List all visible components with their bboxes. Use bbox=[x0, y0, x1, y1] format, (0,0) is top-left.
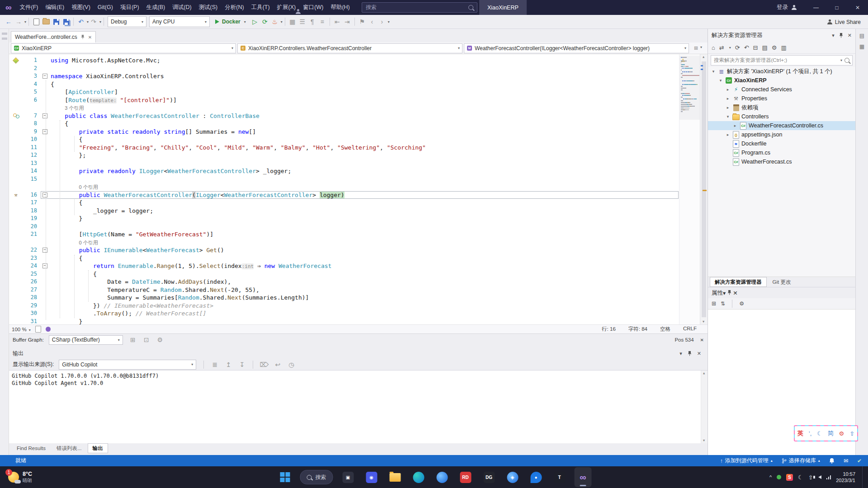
tree-item-dockerfile[interactable]: ≋Dockerfile bbox=[708, 139, 855, 148]
fold-toggle-icon[interactable]: − bbox=[42, 113, 47, 118]
taskbar-app-maps[interactable]: ● bbox=[528, 467, 545, 487]
tool-tab-2[interactable]: 输出 bbox=[88, 443, 108, 453]
save-all-button[interactable] bbox=[61, 16, 71, 27]
hot-reload-button[interactable]: ♨ bbox=[270, 16, 279, 27]
indentation-indicator[interactable]: 空格 bbox=[660, 326, 670, 333]
ime-item-3[interactable]: 简 bbox=[828, 429, 834, 437]
network-icon[interactable] bbox=[826, 475, 831, 479]
home-button[interactable]: ⌂ bbox=[712, 44, 715, 51]
live-share-button[interactable]: Live Share bbox=[827, 15, 861, 29]
taskbar-app-terminal[interactable]: ▣ bbox=[340, 467, 357, 487]
feedback-status-icon[interactable]: ✉ bbox=[844, 458, 848, 464]
close-panel-icon[interactable]: ✕ bbox=[848, 33, 852, 38]
show-desktop-button[interactable] bbox=[862, 466, 864, 488]
fold-toggle-icon[interactable]: − bbox=[42, 263, 47, 268]
volume-icon[interactable] bbox=[818, 475, 821, 479]
restart-button[interactable]: ⟳ bbox=[260, 16, 269, 27]
next-message-icon[interactable]: ↧ bbox=[237, 359, 246, 370]
split-window-icon[interactable]: ⊞▾ bbox=[690, 45, 706, 51]
menu-item-7[interactable]: 测试(S) bbox=[195, 0, 222, 15]
buffer-close-icon[interactable]: ✕ bbox=[700, 338, 704, 343]
sign-in-button[interactable]: 登录 bbox=[777, 0, 797, 15]
docked-tool-tab-icon[interactable] bbox=[2, 38, 7, 40]
start-button[interactable] bbox=[277, 467, 294, 487]
taskbar-app-typora[interactable]: T bbox=[551, 467, 568, 487]
expand-arrow-icon[interactable]: ▸ bbox=[725, 96, 731, 101]
navigate-back-button[interactable]: ← bbox=[4, 16, 13, 27]
solution-configuration-dropdown[interactable]: Debug▾ bbox=[108, 16, 146, 27]
health-indicator-icon[interactable] bbox=[35, 326, 41, 333]
output-source-dropdown[interactable]: GitHub Copilot▾ bbox=[59, 360, 196, 370]
previous-message-icon[interactable]: ↥ bbox=[224, 359, 233, 370]
output-panel-header[interactable]: 输出 ▾ ✕ bbox=[9, 348, 708, 359]
menu-item-0[interactable]: 文件(F) bbox=[16, 0, 42, 15]
output-content[interactable]: GitHub Copilot 1.70.0.0 (v1.70.0.0@b8131… bbox=[9, 371, 708, 443]
undo-button[interactable]: ↶ bbox=[76, 16, 85, 27]
open-file-button[interactable] bbox=[42, 16, 51, 27]
ime-mode-icon[interactable]: ☾ bbox=[798, 474, 803, 481]
expand-arrow-icon[interactable]: ▸ bbox=[725, 87, 731, 92]
start-without-debugging-button[interactable]: ▷ bbox=[250, 16, 259, 27]
taskbar-app-visual-studio[interactable]: ∞ bbox=[575, 467, 592, 487]
close-panel-icon[interactable]: ✕ bbox=[697, 351, 701, 357]
close-panel-icon[interactable]: ✕ bbox=[733, 290, 737, 296]
pin-icon[interactable] bbox=[727, 290, 731, 295]
expand-arrow-icon[interactable]: ▸ bbox=[725, 105, 731, 110]
preview-selected-button[interactable]: ▥ bbox=[781, 44, 786, 51]
scrollbar-thumb[interactable] bbox=[702, 61, 706, 317]
show-output-icon[interactable]: ☰ bbox=[298, 16, 307, 27]
add-to-source-control-button[interactable]: ↑添加到源代码管理▴ bbox=[720, 457, 773, 465]
taskbar-app-edge[interactable] bbox=[410, 467, 427, 487]
clock[interactable]: 10:57 2023/3/1 bbox=[836, 471, 855, 484]
solution-explorer-header[interactable]: 解决方案资源管理器 ▾ ✕ bbox=[708, 29, 855, 42]
vertical-scrollbar[interactable]: ▲ ▼ bbox=[700, 54, 708, 324]
redo-button[interactable]: ↷ bbox=[89, 16, 98, 27]
toggle-bookmark-button[interactable]: ⚑ bbox=[358, 16, 367, 27]
line-ending-indicator[interactable]: CRLF bbox=[683, 326, 697, 333]
document-health-warning-icon[interactable]: ⚠ bbox=[681, 56, 685, 63]
se-tab-1[interactable]: Git 更改 bbox=[768, 277, 796, 287]
taskbar-app-rd[interactable]: RD bbox=[457, 467, 474, 487]
message-levels-icon[interactable]: ≣ bbox=[210, 359, 219, 370]
alphabetical-view-button[interactable]: ⇅ bbox=[721, 300, 725, 307]
pin-icon[interactable] bbox=[81, 35, 85, 39]
start-debugging-button[interactable]: Docker ▾ bbox=[212, 17, 249, 27]
zoom-dropdown[interactable]: 100 % ▾ bbox=[12, 327, 31, 332]
live-share-presence-icon[interactable] bbox=[46, 327, 51, 332]
ime-keyboard-icon[interactable]: ⇧ bbox=[808, 474, 813, 481]
ime-item-1[interactable]: ’, bbox=[809, 430, 812, 437]
taskbar-app-file-explorer[interactable] bbox=[387, 467, 404, 487]
save-button[interactable] bbox=[52, 16, 61, 27]
search-input[interactable]: 搜索 bbox=[362, 2, 477, 13]
weather-widget[interactable]: 1 8°C 晴朗 bbox=[5, 466, 36, 488]
buffer-dropdown[interactable]: CSharp (TextBuffer)▾ bbox=[49, 335, 123, 345]
tool-tab-0[interactable]: Find Results bbox=[12, 443, 51, 453]
hidden-icons-chevron[interactable]: ^ bbox=[769, 474, 772, 480]
document-tab[interactable]: WeatherFore...ontroller.cs ✕ bbox=[11, 31, 96, 42]
property-pages-button[interactable]: ⚙ bbox=[739, 300, 744, 307]
buffer-window-icon[interactable]: ⊡ bbox=[142, 334, 151, 345]
code-editor[interactable]: 1using Microsoft.AspNetCore.Mvc;23−names… bbox=[9, 54, 708, 324]
tree-item--[interactable]: ▸依赖项 bbox=[708, 103, 855, 112]
fold-toggle-icon[interactable]: − bbox=[42, 248, 47, 253]
type-dropdown[interactable]: C XiaoXinERP.Controllers.WeatherForecast… bbox=[237, 43, 462, 53]
refresh-button[interactable]: ↶ bbox=[744, 44, 749, 51]
fold-toggle-icon[interactable]: − bbox=[42, 192, 47, 197]
expand-arrow-icon[interactable]: ▾ bbox=[725, 114, 731, 119]
solution-explorer-search-input[interactable]: 搜索解决方案资源管理器(Ctrl+;) ▾ bbox=[711, 55, 853, 66]
member-dropdown[interactable]: M WeatherForecastController(ILogger<Weat… bbox=[464, 43, 689, 53]
tree-item-xiaoxinerp[interactable]: ▾C#XiaoXinERP bbox=[708, 76, 855, 85]
menu-item-6[interactable]: 调试(D) bbox=[169, 0, 195, 15]
taskbar-app-compass[interactable]: ◈ bbox=[504, 467, 521, 487]
minimap[interactable] bbox=[679, 54, 700, 324]
breakpoints-window-icon[interactable]: ▦ bbox=[288, 16, 297, 27]
menu-item-5[interactable]: 生成(B) bbox=[143, 0, 169, 15]
menu-item-9[interactable]: 工具(T) bbox=[248, 0, 274, 15]
word-wrap-icon[interactable]: ↩ bbox=[273, 359, 282, 370]
menu-item-3[interactable]: Git(G) bbox=[94, 0, 117, 15]
tree-item--xiaoxinerp-1-1-[interactable]: ▾≣解决方案 'XiaoXinERP' (1 个项目, 共 1 个) bbox=[708, 67, 855, 76]
buffer-copy-icon[interactable]: ⊞ bbox=[128, 334, 137, 345]
new-file-button[interactable] bbox=[32, 16, 41, 27]
maximize-button[interactable]: □ bbox=[826, 0, 847, 15]
navigate-dropdown-icon[interactable]: ▾ bbox=[24, 20, 26, 24]
